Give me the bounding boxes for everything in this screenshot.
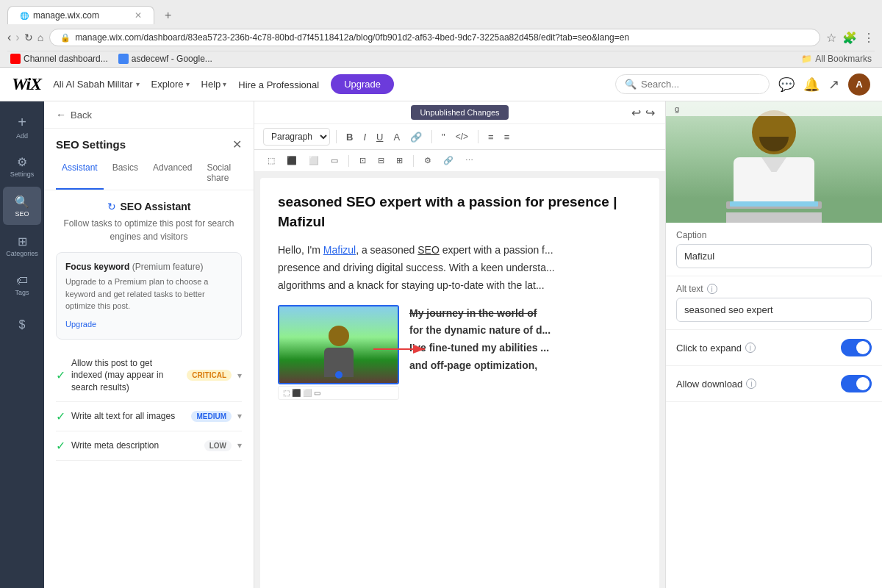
sidebar-item-seo[interactable]: 🔍 SEO <box>3 187 41 225</box>
color-button[interactable]: A <box>390 129 404 145</box>
right-panel: hp g Caption Alt text i Click to expand … <box>665 101 882 588</box>
allow-download-info-icon[interactable]: i <box>746 379 756 389</box>
share-icon[interactable]: ↗ <box>828 76 839 93</box>
list-ul-button[interactable]: ≡ <box>484 129 498 145</box>
alt-text-section: Alt text i <box>666 276 882 330</box>
help-menu[interactable]: Help ▾ <box>201 79 227 90</box>
sidebar-item-settings[interactable]: ⚙ Settings <box>3 147 41 185</box>
sidebar-label-settings: Settings <box>10 171 35 178</box>
upgrade-button[interactable]: Upgrade <box>331 74 394 94</box>
explore-menu[interactable]: Explore ▾ <box>151 79 190 90</box>
sidebar-item-categories[interactable]: ⊞ Categories <box>3 226 41 265</box>
sidebar-item-monetize[interactable]: $ <box>3 306 41 344</box>
nav-right-section: 🔍 💬 🔔 ↗ A <box>615 74 870 96</box>
bookmark-youtube[interactable]: Channel dashboard... <box>10 54 108 64</box>
img-fmt-btn-8[interactable]: ⚙ <box>420 153 436 168</box>
sidebar-item-add[interactable]: + Add <box>3 107 41 146</box>
alt-text-input[interactable] <box>676 298 872 322</box>
text-toolbar: Paragraph B I U A 🔗 " </> ≡ ≡ <box>254 124 665 150</box>
quote-button[interactable]: " <box>438 129 449 145</box>
checklist-text-3: Write meta description <box>71 440 198 452</box>
notifications-icon[interactable]: 🔔 <box>803 76 820 93</box>
bookmark-google[interactable]: asdecewf - Google... <box>118 54 212 64</box>
img-fmt-btn-7[interactable]: ⊞ <box>392 153 407 168</box>
mafizul-link[interactable]: Mafizul <box>323 244 356 256</box>
seo-assistant-description: Follow tasks to optimize this post for s… <box>56 217 242 243</box>
checklist-text-1: Allow this post to get indexed (may appe… <box>71 357 181 394</box>
paragraph-select[interactable]: Paragraph <box>263 128 330 146</box>
tab-advanced[interactable]: Advanced <box>147 157 198 190</box>
caption-label: Caption <box>676 230 872 240</box>
italic-button[interactable]: I <box>359 129 370 145</box>
search-input[interactable] <box>641 79 751 90</box>
sidebar-label-tags: Tags <box>15 289 29 296</box>
seo-panel-close[interactable]: ✕ <box>232 137 242 151</box>
sidebar-label-seo: SEO <box>15 210 29 218</box>
underline-button[interactable]: U <box>373 129 387 145</box>
hire-professional-link[interactable]: Hire a Professional <box>238 78 319 91</box>
seo-panel-title: SEO Settings <box>56 138 126 151</box>
img-fmt-btn-5[interactable]: ⊡ <box>355 153 370 168</box>
search-box[interactable]: 🔍 <box>615 74 770 94</box>
seo-tabs: Assistant Basics Advanced Social share <box>44 157 254 190</box>
img-sub-btn-3[interactable]: ⬜ <box>303 389 312 397</box>
undo-button[interactable]: ↩ <box>631 106 641 120</box>
all-bookmarks[interactable]: 📁 All Bookmarks <box>801 54 872 64</box>
bold-button[interactable]: B <box>343 129 356 145</box>
expand-arrow-1[interactable]: ▾ <box>237 370 242 381</box>
checklist-item-1: ✓ Allow this post to get indexed (may ap… <box>56 350 242 402</box>
extensions-icon[interactable]: 🧩 <box>842 31 857 45</box>
back-label: Back <box>71 110 92 121</box>
workspace-selector[interactable]: Ali Al Sabah Militar ▾ <box>53 79 139 90</box>
img-fmt-btn-3[interactable]: ⬜ <box>304 153 323 168</box>
img-sub-btn-1[interactable]: ⬚ <box>283 389 290 397</box>
left-sidebar: + Add ⚙ Settings 🔍 SEO ⊞ Categories 🏷 Ta… <box>0 101 44 588</box>
new-tab-btn[interactable]: + <box>159 9 177 22</box>
img-fmt-btn-6[interactable]: ⊟ <box>373 153 389 168</box>
sidebar-item-tags[interactable]: 🏷 Tags <box>3 266 41 304</box>
code-button[interactable]: </> <box>452 129 472 144</box>
redo-button[interactable]: ↪ <box>645 106 655 120</box>
expand-arrow-2[interactable]: ▾ <box>237 411 242 421</box>
avatar[interactable]: A <box>848 74 870 96</box>
checklist-item-3: ✓ Write meta description LOW ▾ <box>56 431 242 461</box>
caption-input[interactable] <box>676 244 872 268</box>
panel-scroll-hint: g <box>666 101 882 116</box>
img-sub-btn-2[interactable]: ⬛ <box>292 389 301 397</box>
browser-menu-icon[interactable]: ⋮ <box>863 31 875 45</box>
img-sub-btn-4[interactable]: ▭ <box>314 389 320 397</box>
alt-text-info-icon[interactable]: i <box>707 284 717 294</box>
click-to-expand-toggle[interactable] <box>841 339 872 356</box>
back-browser-btn[interactable]: ‹ <box>7 31 11 44</box>
tab-assistant[interactable]: Assistant <box>56 157 104 190</box>
expand-arrow-3[interactable]: ▾ <box>237 440 242 451</box>
browser-tab[interactable]: 🌐 manage.wix.com ✕ <box>7 6 154 24</box>
back-button[interactable]: ← Back <box>44 101 254 129</box>
img-fmt-btn-1[interactable]: ⬚ <box>263 153 279 168</box>
img-fmt-btn-10[interactable]: ⋯ <box>461 153 478 168</box>
link-format-button[interactable]: 🔗 <box>406 129 426 145</box>
forward-browser-btn[interactable]: › <box>15 31 19 44</box>
allow-download-row: Allow download i <box>666 366 882 402</box>
allow-download-toggle[interactable] <box>841 375 872 392</box>
list-ol-button[interactable]: ≡ <box>501 129 514 145</box>
url-text: manage.wix.com/dashboard/83ea5723-236b-4… <box>75 32 629 43</box>
upgrade-link[interactable]: Upgrade <box>65 320 96 329</box>
chat-icon[interactable]: 💬 <box>778 76 795 93</box>
editor-content-area[interactable]: seasoned SEO expert with a passion for p… <box>260 178 659 588</box>
click-to-expand-info-icon[interactable]: i <box>745 343 756 353</box>
monetize-icon: $ <box>19 318 26 331</box>
address-bar[interactable]: 🔒 manage.wix.com/dashboard/83ea5723-236b… <box>49 29 820 46</box>
img-fmt-btn-2[interactable]: ⬛ <box>282 153 301 168</box>
refresh-btn[interactable]: ↻ <box>24 32 33 43</box>
img-fmt-btn-9[interactable]: 🔗 <box>439 153 458 168</box>
tab-basics[interactable]: Basics <box>107 157 144 190</box>
check-icon-3: ✓ <box>56 439 65 453</box>
home-btn[interactable]: ⌂ <box>37 32 43 43</box>
caption-section: Caption <box>666 223 882 276</box>
img-fmt-btn-4[interactable]: ▭ <box>326 153 343 168</box>
tab-social-share[interactable]: Social share <box>201 157 242 190</box>
tab-close[interactable]: ✕ <box>135 10 142 21</box>
star-icon[interactable]: ☆ <box>826 31 836 45</box>
bookmarks-bar: Channel dashboard... asdecewf - Google..… <box>7 51 875 67</box>
